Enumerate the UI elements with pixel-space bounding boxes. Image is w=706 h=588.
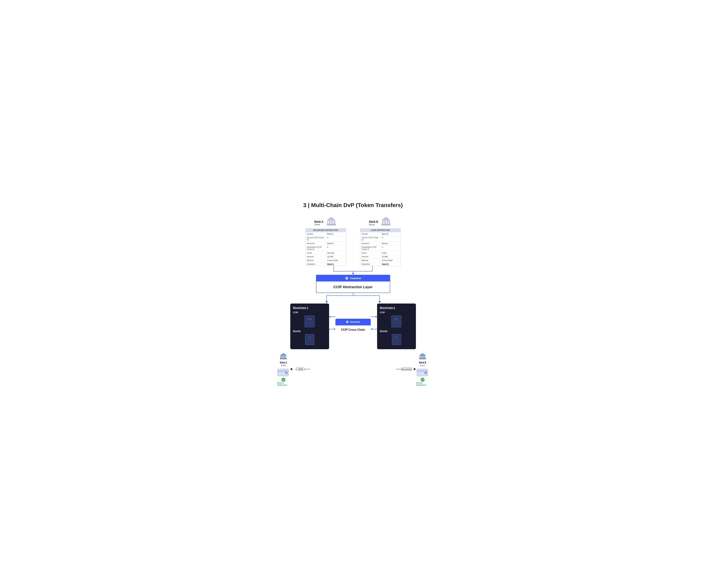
svg-rect-41 [305,334,314,345]
svg-rect-76 [285,356,286,358]
ccip-layer-header: Chainlink [316,275,390,282]
blockchain-2-title: Blockchain 2 [380,306,413,309]
blockchain-1-ccip-icon: </> [304,315,315,328]
securities-arrow: SECURITIES [395,367,416,372]
ccip-cross-header: Chainlink [336,319,371,325]
svg-text:</>: </> [394,318,398,320]
table-row: Destination CCIP Chain Id1 [360,245,400,251]
bank-a-block: Bank A Seller [306,215,346,266]
bottom-bank-a: Bank A Seller Atomic Settlement [277,352,290,386]
ccip-cross-chain-box: Chainlink CCIP Cross Chain [336,319,371,334]
table-row: Source CCIP Chain Id2 [360,236,400,242]
svg-rect-65 [392,334,401,345]
svg-rect-16 [381,225,391,225]
blockchain-2-ccip-label: CCIP [380,311,413,314]
main-diagram: Bank A Seller [277,215,429,386]
svg-point-85 [286,372,287,373]
arrow-from-blockchain2 [370,327,378,331]
svg-rect-11 [384,221,385,224]
table-row: Amount10,000 [360,255,400,258]
bank-a-label: Bank A [314,220,323,223]
chainlink-label-cross: Chainlink [350,321,360,323]
table-row: AssetSecurity [306,251,346,255]
cash-arrow: CASH [290,367,311,372]
svg-marker-49 [329,316,330,318]
blockchain-2-ccip-icon: </> [391,315,402,328]
arrow-to-blockchain2 [370,315,378,319]
blockchain-1-ccip-label: CCIP [293,311,326,314]
cash-instruction-table: CASH INSTRUCTION SenderBank BSource CCIP… [360,228,401,266]
blockchain-2-escrow-label: Escrow [380,330,413,332]
svg-rect-95 [420,356,420,358]
svg-rect-1 [329,221,330,224]
svg-point-81 [283,354,284,355]
arrow-to-blockchain1 [329,315,336,319]
svg-rect-13 [387,221,388,224]
ccip-cross-body: CCIP Cross Chain [336,325,371,334]
svg-text:</>: </> [307,318,312,320]
svg-rect-98 [423,356,424,358]
table-row: SenderBank B [360,232,400,236]
blockchain-1-escrow-label: Escrow [293,330,326,332]
bank-a-atomic-settlement: Atomic Settlement [277,378,290,386]
bank-b-block: Bank B Buyer [360,215,401,266]
arrows-to-blockchains [291,293,415,303]
bottom-bank-a-role: Seller [281,364,286,367]
cash-instruction-header: CASH INSTRUCTION [360,228,400,232]
svg-rect-77 [280,358,287,359]
svg-point-104 [422,354,423,355]
table-row: Source CCIP Chain Id1 [306,236,346,242]
cash-flow: CASH [290,367,311,372]
svg-point-109 [421,378,425,382]
bottom-bank-a-icon [279,352,288,361]
svg-marker-24 [352,273,354,275]
table-row: ReceiverBank B [306,242,346,245]
table-row: SignatureBank B [360,262,400,266]
svg-rect-103 [420,355,425,356]
chainlink-logo-top [345,277,349,280]
table-row: Destination CCIP Chain Id2 [306,245,346,251]
atomic-settlement-check-a [281,378,285,382]
svg-rect-12 [386,221,386,224]
svg-marker-51 [334,328,336,330]
svg-marker-55 [376,316,377,318]
chainlink-logo-cross [346,321,349,324]
table-row: AssetCash [360,251,400,255]
atomic-settlement-label-a: Atomic Settlement [277,382,290,386]
blockchain-2-escrow-icon: </> [391,333,402,346]
svg-point-19 [385,218,387,220]
diagram-container: 3 | Multi-Chain DvP (Token Transfers) Ba… [274,195,432,393]
svg-point-9 [330,218,332,220]
atomic-settlement-label-b: Atomic Settlement [416,382,429,386]
svg-text:SECURITIES: SECURITIES [402,369,411,370]
table-row: MethodCross-Chain [360,258,400,262]
svg-text:CASH: CASH [298,368,303,370]
ccip-abstraction-layer: Chainlink CCIP Abstraction Layer [316,275,390,293]
svg-rect-100 [419,358,426,359]
bank-b-icon [380,215,392,227]
svg-rect-2 [331,221,332,224]
svg-marker-26 [346,278,347,279]
svg-marker-33 [379,301,381,303]
svg-rect-96 [421,356,422,358]
svg-marker-30 [325,301,328,303]
svg-marker-92 [414,368,416,370]
atomic-settlement-check-b [421,378,425,382]
svg-rect-97 [422,356,423,358]
blockchain-1-title: Blockchain 1 [293,306,326,309]
svg-point-108 [425,372,426,373]
svg-rect-10 [382,221,383,224]
svg-rect-14 [389,221,390,224]
bank-a-role: Seller [314,223,320,226]
svg-rect-101 [419,359,426,359]
bottom-bank-b: Bank B Buyer Atomic Settlement [416,352,429,386]
table-row: Amount10,000 [306,255,346,258]
svg-text:</>: </> [395,336,398,338]
blockchain-1-box: Blockchain 1 CCIP </> Escrow </> [290,303,329,349]
svg-rect-99 [425,356,425,358]
svg-rect-15 [382,224,390,225]
svg-rect-5 [327,224,336,225]
svg-rect-0 [327,221,328,224]
svg-marker-57 [371,328,372,330]
svg-rect-4 [335,221,335,224]
